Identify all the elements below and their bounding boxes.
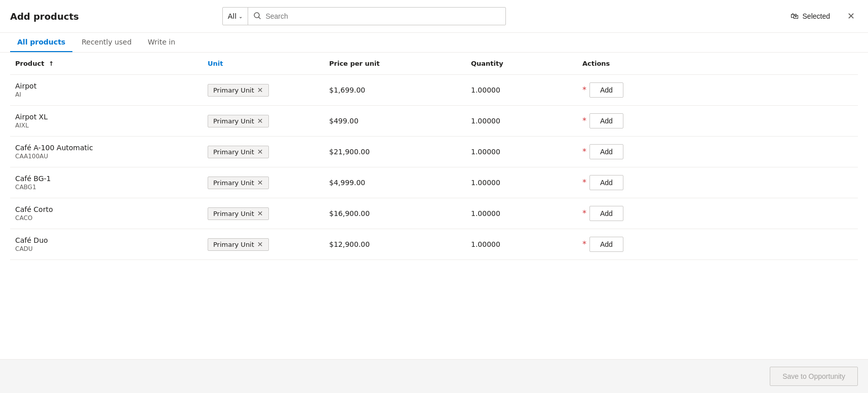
unit-tag[interactable]: Primary Unit ✕ bbox=[208, 115, 269, 127]
table-row: Café Corto CACO Primary Unit ✕ $16,900.0… bbox=[10, 198, 858, 229]
unit-tag-label: Primary Unit bbox=[213, 117, 254, 125]
search-filter-dropdown[interactable]: All ⌄ bbox=[223, 8, 249, 25]
table-row: Café A-100 Automatic CAA100AU Primary Un… bbox=[10, 137, 858, 167]
price-value: $4,999.00 bbox=[329, 179, 365, 187]
price-cell: $16,900.00 bbox=[324, 198, 466, 229]
add-product-button[interactable]: Add bbox=[589, 82, 623, 98]
search-icon bbox=[253, 12, 261, 21]
actions-cell: * Add bbox=[577, 198, 858, 229]
unit-cell: Primary Unit ✕ bbox=[203, 106, 324, 137]
required-indicator: * bbox=[582, 117, 586, 125]
quantity-value: 1.00000 bbox=[471, 86, 500, 94]
product-code: AI bbox=[15, 91, 198, 98]
product-name: Airpot XL bbox=[15, 113, 198, 121]
actions-wrapper: * Add bbox=[582, 144, 853, 159]
add-product-button[interactable]: Add bbox=[589, 175, 623, 190]
close-button[interactable]: ✕ bbox=[844, 9, 858, 24]
unit-cell: Primary Unit ✕ bbox=[203, 75, 324, 106]
unit-tag-label: Primary Unit bbox=[213, 179, 254, 187]
product-cell: Café BG-1 CABG1 bbox=[10, 167, 203, 198]
product-cell: Airpot XL AIXL bbox=[10, 106, 203, 137]
unit-tag[interactable]: Primary Unit ✕ bbox=[208, 238, 269, 251]
unit-tag[interactable]: Primary Unit ✕ bbox=[208, 84, 269, 97]
col-header-price: Price per unit bbox=[324, 53, 466, 75]
price-value: $12,900.00 bbox=[329, 240, 370, 248]
tab-all-products[interactable]: All products bbox=[10, 33, 72, 52]
add-product-button[interactable]: Add bbox=[589, 144, 623, 159]
unit-cell: Primary Unit ✕ bbox=[203, 229, 324, 260]
search-input[interactable] bbox=[265, 12, 500, 20]
product-name: Café A-100 Automatic bbox=[15, 144, 198, 152]
search-bar: All ⌄ bbox=[222, 7, 506, 25]
products-table: Product ↑ Unit Price per unit Quantity A… bbox=[10, 53, 858, 260]
unit-tag-label: Primary Unit bbox=[213, 210, 254, 217]
tab-recently-used[interactable]: Recently used bbox=[74, 33, 139, 52]
col-header-unit[interactable]: Unit bbox=[203, 53, 324, 75]
required-indicator: * bbox=[582, 179, 586, 187]
table-row: Café Duo CADU Primary Unit ✕ $12,900.00 … bbox=[10, 229, 858, 260]
unit-cell: Primary Unit ✕ bbox=[203, 167, 324, 198]
quantity-value: 1.00000 bbox=[471, 240, 500, 248]
modal-title: Add products bbox=[10, 11, 79, 22]
unit-tag-remove-icon[interactable]: ✕ bbox=[257, 86, 263, 94]
product-code: CACO bbox=[15, 214, 198, 222]
unit-tag-remove-icon[interactable]: ✕ bbox=[257, 117, 263, 124]
save-to-opportunity-button[interactable]: Save to Opportunity bbox=[770, 367, 858, 386]
required-indicator: * bbox=[582, 240, 586, 248]
product-name: Café BG-1 bbox=[15, 174, 198, 183]
tab-write-in[interactable]: Write in bbox=[141, 33, 182, 52]
unit-tag[interactable]: Primary Unit ✕ bbox=[208, 146, 269, 158]
quantity-value: 1.00000 bbox=[471, 209, 500, 217]
add-product-button[interactable]: Add bbox=[589, 237, 623, 252]
price-value: $1,699.00 bbox=[329, 86, 365, 94]
price-cell: $499.00 bbox=[324, 106, 466, 137]
required-indicator: * bbox=[582, 209, 586, 217]
selected-button[interactable]: 🛍 Selected bbox=[784, 9, 836, 24]
product-name: Café Duo bbox=[15, 236, 198, 244]
product-cell: Airpot AI bbox=[10, 75, 203, 106]
modal-footer: Save to Opportunity bbox=[0, 359, 868, 393]
quantity-value: 1.00000 bbox=[471, 148, 500, 156]
svg-line-1 bbox=[259, 17, 261, 19]
unit-tag[interactable]: Primary Unit ✕ bbox=[208, 207, 269, 220]
price-value: $16,900.00 bbox=[329, 209, 370, 217]
unit-tag-remove-icon[interactable]: ✕ bbox=[257, 179, 263, 186]
required-indicator: * bbox=[582, 148, 586, 156]
actions-wrapper: * Add bbox=[582, 113, 853, 128]
table-row: Café BG-1 CABG1 Primary Unit ✕ $4,999.00… bbox=[10, 167, 858, 198]
col-header-product[interactable]: Product ↑ bbox=[10, 53, 203, 75]
unit-tag-remove-icon[interactable]: ✕ bbox=[257, 148, 263, 155]
col-header-actions: Actions bbox=[577, 53, 858, 75]
quantity-cell: 1.00000 bbox=[466, 229, 577, 260]
unit-cell: Primary Unit ✕ bbox=[203, 137, 324, 167]
product-code: CADU bbox=[15, 245, 198, 252]
unit-tag[interactable]: Primary Unit ✕ bbox=[208, 177, 269, 189]
chevron-down-icon: ⌄ bbox=[239, 14, 243, 19]
product-name: Airpot bbox=[15, 82, 198, 90]
product-cell: Café A-100 Automatic CAA100AU bbox=[10, 137, 203, 167]
selected-label: Selected bbox=[803, 12, 830, 20]
search-input-wrapper bbox=[248, 12, 505, 21]
price-value: $499.00 bbox=[329, 117, 359, 125]
add-product-button[interactable]: Add bbox=[589, 113, 623, 128]
price-cell: $21,900.00 bbox=[324, 137, 466, 167]
product-cell: Café Duo CADU bbox=[10, 229, 203, 260]
unit-tag-label: Primary Unit bbox=[213, 148, 254, 156]
tabs-bar: All products Recently used Write in bbox=[0, 33, 868, 53]
products-table-container: Product ↑ Unit Price per unit Quantity A… bbox=[0, 53, 868, 359]
product-cell: Café Corto CACO bbox=[10, 198, 203, 229]
close-icon: ✕ bbox=[847, 12, 855, 21]
actions-wrapper: * Add bbox=[582, 237, 853, 252]
bag-icon: 🛍 bbox=[791, 12, 799, 21]
unit-tag-remove-icon[interactable]: ✕ bbox=[257, 210, 263, 217]
unit-tag-remove-icon[interactable]: ✕ bbox=[257, 241, 263, 248]
quantity-cell: 1.00000 bbox=[466, 198, 577, 229]
unit-tag-label: Primary Unit bbox=[213, 241, 254, 248]
table-row: Airpot AI Primary Unit ✕ $1,699.00 1.000… bbox=[10, 75, 858, 106]
modal-header: Add products All ⌄ 🛍 Selected ✕ bbox=[0, 0, 868, 33]
price-cell: $1,699.00 bbox=[324, 75, 466, 106]
actions-cell: * Add bbox=[577, 229, 858, 260]
unit-cell: Primary Unit ✕ bbox=[203, 198, 324, 229]
quantity-cell: 1.00000 bbox=[466, 167, 577, 198]
add-product-button[interactable]: Add bbox=[589, 206, 623, 221]
